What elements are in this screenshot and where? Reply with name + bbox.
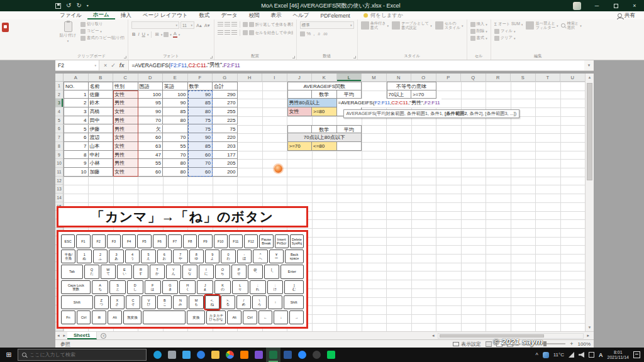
grid-cell[interactable]: 数学 bbox=[312, 125, 337, 134]
grid-cell[interactable]: 47 bbox=[138, 151, 164, 160]
row-header-3[interactable]: 3 bbox=[55, 99, 63, 107]
weather-icon[interactable] bbox=[543, 352, 549, 358]
taskbar-icon-task-view[interactable] bbox=[165, 348, 179, 362]
grid-cell[interactable]: >=70 bbox=[411, 90, 436, 99]
grid-cell[interactable]: 平均 bbox=[337, 90, 362, 99]
tab-PDFelement[interactable]: PDFelement bbox=[314, 11, 355, 19]
dialog-launcher-icon[interactable] bbox=[353, 56, 356, 58]
wrap-text-button[interactable]: 折り返して全体を表示する bbox=[249, 22, 293, 28]
grid-cell[interactable]: 欠 bbox=[138, 125, 164, 134]
vertical-scrollbar-thumb[interactable] bbox=[587, 83, 592, 180]
decrease-font-size-icon[interactable]: A▾ bbox=[204, 23, 211, 28]
grid-cell[interactable]: 85 bbox=[188, 99, 213, 107]
row-header-7[interactable]: 7 bbox=[55, 133, 63, 142]
grid-cell[interactable]: 8 bbox=[64, 151, 89, 160]
scroll-down-icon[interactable]: ▼ bbox=[586, 324, 594, 331]
grid-cell[interactable]: 小林 bbox=[89, 159, 114, 168]
new-sheet-icon[interactable]: + bbox=[101, 333, 106, 339]
grid-cell[interactable] bbox=[287, 125, 313, 134]
grid-cell[interactable]: 63 bbox=[138, 142, 164, 151]
column-header-E[interactable]: E bbox=[163, 74, 188, 81]
grid-cell[interactable]: 220 bbox=[213, 133, 238, 142]
tab-校閲[interactable]: 校閲 bbox=[243, 11, 265, 19]
row-header-4[interactable]: 4 bbox=[55, 107, 63, 116]
borders-icon[interactable]: ⊞ bbox=[154, 31, 159, 37]
close-button[interactable]: × bbox=[625, 0, 644, 11]
tray-app-icon[interactable] bbox=[589, 352, 594, 358]
column-header-B[interactable]: B bbox=[89, 74, 114, 81]
search-input[interactable] bbox=[30, 352, 142, 358]
grid-cell[interactable]: 女性 bbox=[113, 168, 138, 177]
paste-button[interactable]: 貼り付け ▾ bbox=[58, 21, 77, 43]
grid-cell[interactable]: 7 bbox=[64, 142, 89, 151]
grid-cell[interactable]: 60 bbox=[188, 151, 213, 160]
conditional-formatting-button[interactable]: 条件付き書式 ▾ bbox=[361, 21, 389, 30]
formula-input[interactable]: =AVERAGEIFS(F2:F11,C2:C11,"男性",F2:F11 bbox=[129, 60, 584, 70]
column-header-A[interactable]: A bbox=[64, 74, 89, 81]
grid-cell[interactable]: 9 bbox=[64, 159, 89, 168]
grid-cell[interactable]: AVERAGEIFS関数 bbox=[287, 82, 362, 90]
copy-button[interactable]: コピー▾ bbox=[80, 28, 125, 34]
find-select-button[interactable]: 検索と選択 ▾ bbox=[561, 21, 581, 30]
vertical-scrollbar[interactable]: ▲ ▼ bbox=[585, 74, 594, 331]
grid-cell[interactable]: 80 bbox=[163, 116, 188, 125]
grid-cell[interactable]: >=80 bbox=[312, 107, 337, 116]
grid-cell[interactable]: 1 bbox=[64, 90, 89, 99]
grid-cell[interactable]: 70 bbox=[163, 133, 188, 142]
column-header-T[interactable]: T bbox=[536, 74, 561, 81]
grid-cell[interactable]: 佐藤 bbox=[89, 90, 114, 99]
tab-ヘルプ[interactable]: ヘルプ bbox=[287, 11, 314, 19]
sort-filter-button[interactable]: 並べ替えとフィルター ▾ bbox=[526, 21, 558, 30]
taskbar-icon-cortana[interactable] bbox=[150, 348, 165, 362]
grid-cell[interactable]: 70 bbox=[163, 151, 188, 160]
grid-cell[interactable]: 5 bbox=[64, 125, 89, 134]
zoom-in-icon[interactable]: + bbox=[570, 341, 573, 347]
tab-ページ レイアウト[interactable]: ページ レイアウト bbox=[137, 11, 194, 19]
row-header-8[interactable]: 8 bbox=[55, 142, 63, 151]
column-header-C[interactable]: C bbox=[113, 74, 138, 81]
align-middle-icon[interactable] bbox=[225, 22, 230, 27]
grid-cell[interactable]: 国語 bbox=[138, 82, 164, 90]
tab-挿入[interactable]: 挿入 bbox=[115, 11, 137, 19]
clear-button[interactable]: クリア▾ bbox=[494, 35, 523, 41]
taskbar-icon-paint3d[interactable] bbox=[252, 348, 266, 362]
grid-cell[interactable]: <=80 bbox=[312, 142, 337, 151]
align-right-icon[interactable] bbox=[231, 30, 237, 35]
column-header-R[interactable]: R bbox=[486, 74, 511, 81]
font-color-icon[interactable]: A bbox=[173, 31, 177, 38]
grid-cell[interactable]: 伊藤 bbox=[89, 125, 114, 134]
grid-cell[interactable]: 60 bbox=[138, 168, 164, 177]
column-header-P[interactable]: P bbox=[436, 74, 462, 81]
active-cell-formula[interactable]: =AVERAGEIFS(F2:F11,C2:C11,"男性",F2:F11 bbox=[337, 99, 441, 107]
row-header-10[interactable]: 10 bbox=[55, 159, 63, 168]
grid-cell[interactable]: 数学 bbox=[312, 90, 337, 99]
grid-cell[interactable]: 女性 bbox=[113, 90, 138, 99]
zoom-slider-thumb[interactable] bbox=[543, 341, 547, 346]
column-header-N[interactable]: N bbox=[387, 74, 412, 81]
align-bottom-icon[interactable] bbox=[231, 22, 237, 27]
grid-cell[interactable]: 55 bbox=[138, 159, 164, 168]
column-header-F[interactable]: F bbox=[188, 74, 213, 81]
cancel-entry-icon[interactable]: × bbox=[104, 62, 107, 69]
format-cells-button[interactable]: 書式▾ bbox=[470, 35, 487, 41]
insert-cells-button[interactable]: 挿入▾ bbox=[470, 21, 487, 27]
temperature-label[interactable]: 11°C bbox=[553, 352, 564, 358]
grid-cell[interactable]: 80 bbox=[163, 159, 188, 168]
column-header-Q[interactable]: Q bbox=[461, 74, 486, 81]
format-painter-button[interactable]: 書式のコピー/貼り付け bbox=[80, 35, 125, 41]
grid-cell[interactable]: 60 bbox=[138, 133, 164, 142]
dialog-launcher-icon[interactable] bbox=[210, 56, 213, 58]
minimize-button[interactable]: ─ bbox=[587, 0, 606, 11]
italic-button[interactable]: I bbox=[137, 31, 140, 37]
grid-cell[interactable]: 6 bbox=[64, 133, 89, 142]
grid-cell[interactable]: 山本 bbox=[89, 142, 114, 151]
grid-cell[interactable]: 70 bbox=[188, 159, 213, 168]
taskbar-search[interactable] bbox=[18, 349, 147, 361]
font-size-select[interactable]: 11▾ bbox=[180, 21, 194, 29]
ime-indicator[interactable]: A bbox=[599, 352, 603, 358]
grid-cell[interactable]: >=70 bbox=[287, 142, 313, 151]
orientation-icon[interactable] bbox=[243, 22, 248, 27]
grid-cell[interactable]: 平均 bbox=[337, 125, 362, 134]
confirm-entry-icon[interactable]: ✓ bbox=[111, 62, 116, 69]
scroll-right-icon[interactable]: ▸ bbox=[585, 333, 591, 338]
